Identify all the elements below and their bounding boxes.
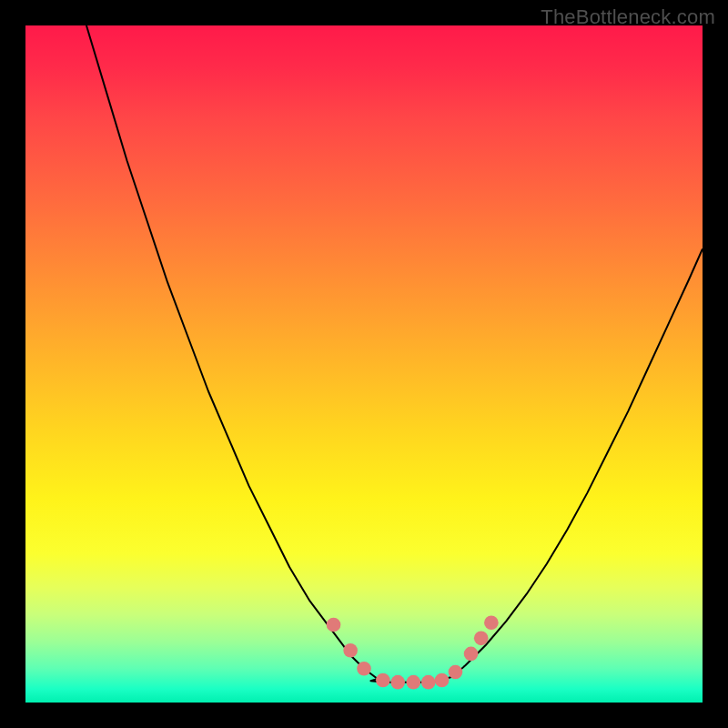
marker-dot bbox=[357, 662, 371, 676]
marker-dot bbox=[449, 665, 463, 680]
marker-dot bbox=[421, 675, 436, 690]
plot-area bbox=[25, 25, 703, 703]
marker-dot bbox=[435, 673, 450, 688]
marker-dot bbox=[464, 647, 479, 662]
bottleneck-curve bbox=[86, 25, 703, 682]
marker-dot bbox=[327, 618, 341, 632]
marker-dot bbox=[484, 615, 499, 630]
marker-dot bbox=[390, 675, 405, 690]
marker-group bbox=[327, 615, 499, 689]
marker-dot bbox=[343, 643, 358, 658]
marker-dot bbox=[407, 675, 421, 690]
chart-frame: TheBottleneck.com bbox=[0, 0, 728, 728]
marker-dot bbox=[376, 673, 390, 688]
curve-group bbox=[86, 25, 703, 682]
curves-svg bbox=[25, 25, 703, 703]
marker-dot bbox=[474, 632, 489, 646]
watermark-text: TheBottleneck.com bbox=[541, 5, 715, 29]
